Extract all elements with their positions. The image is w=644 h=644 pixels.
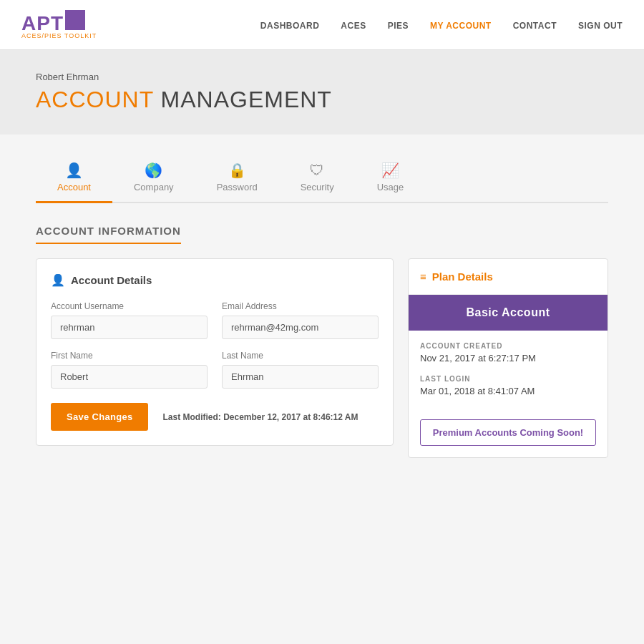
tabs: 👤 Account 🌎 Company 🔒 Password 🛡 Securit… xyxy=(36,156,608,203)
nav-my-account[interactable]: MY ACCOUNT xyxy=(430,21,492,31)
tab-account-label: Account xyxy=(57,182,91,192)
account-created-item: ACCOUNT CREATED Nov 21, 2017 at 6:27:17 … xyxy=(420,342,596,364)
nav-pies[interactable]: PIES xyxy=(388,21,409,31)
last-modified: Last Modified: December 12, 2017 at 8:46… xyxy=(162,412,358,422)
section-title: ACCOUNT INFORMATION xyxy=(36,225,181,244)
username-input[interactable] xyxy=(51,316,208,339)
nav-aces[interactable]: ACES xyxy=(341,21,366,31)
tab-usage[interactable]: 📈 Usage xyxy=(356,156,426,203)
logo-text: APT xyxy=(21,12,64,34)
first-name-group: First Name xyxy=(51,351,208,389)
tab-company[interactable]: 🌎 Company xyxy=(112,156,195,203)
last-name-input[interactable] xyxy=(222,365,379,389)
username: Robert Ehrman xyxy=(36,72,608,82)
username-label: Account Username xyxy=(51,301,208,311)
last-name-group: Last Name xyxy=(222,351,379,389)
nav-dashboard[interactable]: DASHBOARD xyxy=(260,21,320,31)
plan-card-header-icon: ≡ xyxy=(420,270,426,283)
company-icon: 🌎 xyxy=(145,163,162,177)
password-icon: 🔒 xyxy=(228,163,246,177)
plan-card-header-label: Plan Details xyxy=(432,270,493,283)
first-name-label: First Name xyxy=(51,351,208,361)
nav-sign-out[interactable]: SIGN OUT xyxy=(578,21,623,31)
account-card: 👤 Account Details Account Username Email… xyxy=(36,258,394,446)
plan-card-header: ≡ Plan Details xyxy=(409,259,608,295)
tab-security[interactable]: 🛡 Security xyxy=(279,156,356,203)
page-title: ACCOUNT MANAGEMENT xyxy=(36,87,608,113)
tab-usage-label: Usage xyxy=(377,182,404,192)
logo-box xyxy=(65,10,85,30)
save-changes-button[interactable]: Save Changes xyxy=(51,403,148,431)
usage-icon: 📈 xyxy=(381,163,399,177)
premium-button[interactable]: Premium Accounts Coming Soon! xyxy=(420,419,596,446)
email-input[interactable] xyxy=(222,316,379,339)
plan-info: ACCOUNT CREATED Nov 21, 2017 at 6:27:17 … xyxy=(409,331,608,419)
tab-account[interactable]: 👤 Account xyxy=(36,156,112,203)
logo[interactable]: APT ACES/PIES TOOLKIT xyxy=(21,10,97,39)
account-icon: 👤 xyxy=(65,163,83,177)
last-name-label: Last Name xyxy=(222,351,379,361)
page-title-orange: ACCOUNT xyxy=(36,87,154,112)
tab-password-label: Password xyxy=(217,182,258,192)
tab-password[interactable]: 🔒 Password xyxy=(195,156,279,203)
first-name-input[interactable] xyxy=(51,365,208,389)
account-card-title: Account Details xyxy=(71,274,152,286)
nav-contact[interactable]: CONTACT xyxy=(513,21,557,31)
form-row-1: Account Username Email Address xyxy=(51,301,379,339)
logo-subtitle: ACES/PIES TOOLKIT xyxy=(21,32,97,39)
last-modified-prefix: Last Modified: xyxy=(162,412,220,422)
account-card-header: 👤 Account Details xyxy=(51,273,379,287)
navbar: APT ACES/PIES TOOLKIT DASHBOARD ACES PIE… xyxy=(0,0,644,50)
cards-row: 👤 Account Details Account Username Email… xyxy=(36,258,608,458)
username-group: Account Username xyxy=(51,301,208,339)
account-created-value: Nov 21, 2017 at 6:27:17 PM xyxy=(420,353,596,364)
last-login-value: Mar 01, 2018 at 8:41:07 AM xyxy=(420,386,596,396)
form-actions: Save Changes Last Modified: December 12,… xyxy=(51,403,379,431)
nav-links: DASHBOARD ACES PIES MY ACCOUNT CONTACT S… xyxy=(260,19,623,31)
account-created-label: ACCOUNT CREATED xyxy=(420,342,596,350)
tab-company-label: Company xyxy=(134,182,174,192)
security-icon: 🛡 xyxy=(310,163,324,177)
last-login-label: LAST LOGIN xyxy=(420,375,596,383)
header-banner: Robert Ehrman ACCOUNT MANAGEMENT xyxy=(0,50,644,135)
email-label: Email Address xyxy=(222,301,379,311)
email-group: Email Address xyxy=(222,301,379,339)
form-row-2: First Name Last Name xyxy=(51,351,379,389)
last-modified-value: December 12, 2017 at 8:46:12 AM xyxy=(223,412,358,422)
account-card-icon: 👤 xyxy=(51,273,65,287)
plan-banner: Basic Account xyxy=(409,295,608,331)
main-content: 👤 Account 🌎 Company 🔒 Password 🛡 Securit… xyxy=(0,135,644,564)
tab-security-label: Security xyxy=(301,182,334,192)
plan-card: ≡ Plan Details Basic Account ACCOUNT CRE… xyxy=(408,258,608,458)
page-title-dark: MANAGEMENT xyxy=(154,87,332,112)
last-login-item: LAST LOGIN Mar 01, 2018 at 8:41:07 AM xyxy=(420,375,596,396)
